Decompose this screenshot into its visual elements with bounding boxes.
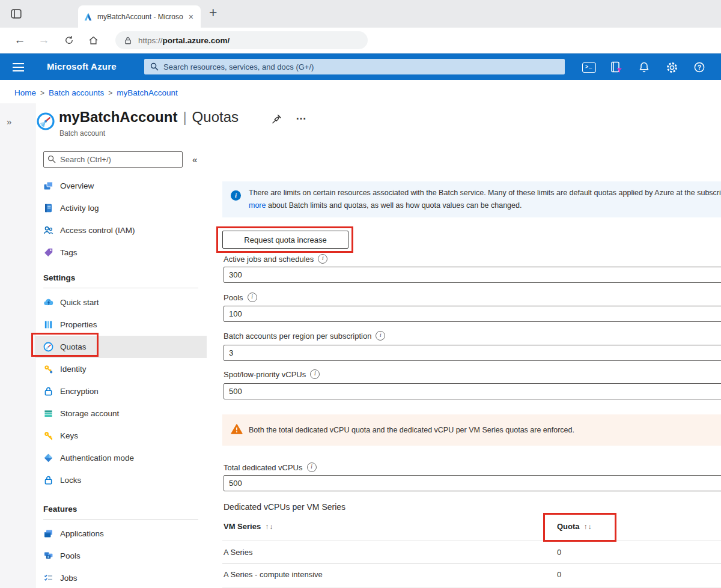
azure-brand[interactable]: Microsoft Azure [47, 61, 117, 71]
column-header-vm-series[interactable]: VM Series↑↓ [224, 522, 273, 531]
back-icon[interactable]: ← [12, 32, 28, 48]
sort-icon: ↑↓ [584, 523, 592, 531]
info-icon: i [231, 190, 241, 201]
table-row-quota: 0 [557, 570, 561, 579]
applications-icon [43, 529, 53, 539]
pools-icon [43, 551, 53, 561]
total-vcpus-input[interactable] [224, 475, 721, 491]
sidebar-search-icon [47, 155, 56, 163]
hamburger-icon[interactable] [11, 60, 25, 74]
quick-start-icon [43, 297, 53, 308]
column-header-quota[interactable]: Quota↑↓ [557, 522, 592, 531]
learn-more-link[interactable]: more [249, 201, 266, 210]
sidebar-item-pools[interactable]: Pools [35, 545, 207, 567]
field-label-spot-vcpus: Spot/low-priority vCPUsi [224, 369, 320, 379]
table-row-name: A Series [224, 548, 252, 557]
browser-tab[interactable]: myBatchAccount - Microsoft Azu × [78, 5, 201, 28]
activity-log-icon [43, 203, 53, 213]
collapse-menu-chevron[interactable]: « [192, 154, 197, 165]
sidebar-item-identity[interactable]: Identity [35, 358, 207, 380]
field-label-pools: Poolsi [224, 292, 257, 302]
breadcrumb-mybatchaccount[interactable]: myBatchAccount [117, 88, 177, 97]
sidebar-item-quotas[interactable]: Quotas [35, 336, 207, 358]
keys-icon [43, 431, 53, 441]
sidebar-section-settings: Settings [43, 273, 198, 288]
active-jobs-input[interactable] [224, 267, 721, 283]
authentication-mode-icon [43, 453, 53, 463]
sidebar-item-applications[interactable]: Applications [35, 523, 207, 545]
field-label-batch-accounts: Batch accounts per region per subscripti… [224, 331, 385, 341]
identity-icon [43, 364, 53, 374]
sidebar-item-properties[interactable]: Properties [35, 314, 207, 336]
home-icon[interactable] [85, 32, 101, 48]
sidebar-section-features: Features [43, 505, 198, 520]
refresh-glyph [64, 35, 75, 46]
expand-rail-chevron[interactable]: » [7, 117, 11, 127]
vm-series-table-title: Dedicated vCPUs per VM Series [224, 502, 345, 512]
forward-icon: → [36, 32, 52, 48]
breadcrumb-batch-accounts[interactable]: Batch accounts [49, 88, 104, 97]
page-title: myBatchAccount|Quotas [59, 109, 239, 126]
warning-icon [231, 423, 243, 435]
storage-account-icon [43, 408, 53, 419]
sidebar-item-locks[interactable]: Locks [35, 469, 207, 491]
new-tab-button[interactable]: + [209, 5, 217, 21]
access-control-icon [43, 225, 53, 235]
info-icon[interactable]: i [318, 254, 327, 264]
table-divider [222, 563, 721, 564]
sidebar-item-storage-account[interactable]: Storage account [35, 402, 207, 425]
quotas-icon [43, 342, 53, 352]
portal-left-rail: » [0, 103, 35, 588]
tab-actions-icon [10, 7, 23, 20]
search-icon [150, 62, 159, 71]
home-glyph [88, 35, 99, 46]
sidebar-item-tags[interactable]: Tags [35, 241, 207, 264]
overview-icon [43, 181, 53, 191]
locks-icon [43, 475, 53, 485]
tab-actions-button[interactable] [8, 6, 24, 22]
request-quota-increase-button[interactable]: Request quota increase [222, 231, 348, 249]
info-banner: i There are limits on certain resources … [222, 181, 721, 217]
sidebar-item-access-control[interactable]: Access control (IAM) [35, 219, 207, 241]
info-icon[interactable]: i [248, 292, 257, 302]
sidebar-item-keys[interactable]: Keys [35, 425, 207, 447]
info-icon[interactable]: i [376, 331, 385, 341]
sidebar-item-activity-log[interactable]: Activity log [35, 197, 207, 219]
table-row-quota: 0 [557, 548, 561, 557]
refresh-icon[interactable] [61, 32, 77, 48]
sort-icon: ↑↓ [265, 523, 273, 531]
tags-icon [43, 247, 53, 258]
breadcrumb: Home>Batch accounts>myBatchAccount [14, 88, 178, 97]
pools-input[interactable] [224, 306, 721, 322]
warning-banner: Both the total dedicated vCPU quota and … [222, 414, 721, 446]
sidebar-item-overview[interactable]: Overview [35, 175, 207, 197]
url-text: https://portal.azure.com/ [138, 36, 230, 45]
spot-vcpus-input[interactable] [224, 383, 721, 399]
info-banner-line1: There are limits on certain resources as… [249, 187, 721, 199]
sidebar-item-quick-start[interactable]: Quick start [35, 291, 207, 314]
encryption-icon [43, 386, 53, 396]
jobs-icon [43, 573, 53, 583]
sidebar-search-input[interactable] [43, 151, 183, 168]
info-banner-line2: more about Batch limits and quotas, as w… [249, 199, 721, 212]
info-icon[interactable]: i [310, 369, 320, 379]
batch-accounts-input[interactable] [224, 345, 721, 361]
warning-text: Both the total dedicated vCPU quota and … [249, 426, 574, 434]
sidebar-item-jobs[interactable]: Jobs [35, 567, 207, 588]
tab-close-icon[interactable]: × [187, 12, 195, 22]
breadcrumb-home[interactable]: Home [14, 88, 36, 97]
table-divider [222, 587, 721, 587]
tab-title: myBatchAccount - Microsoft Azu [97, 13, 183, 21]
field-label-total-vcpus: Total dedicated vCPUsi [224, 462, 317, 472]
sidebar-item-authentication-mode[interactable]: Authentication mode [35, 447, 207, 469]
properties-icon [43, 320, 53, 330]
info-icon[interactable]: i [307, 462, 317, 472]
sidebar-item-encryption[interactable]: Encryption [35, 380, 207, 402]
batch-account-icon [36, 112, 55, 131]
lock-icon [124, 36, 132, 45]
quotas-content: i There are limits on certain resources … [222, 0, 721, 588]
page-subtitle: Batch account [59, 129, 105, 138]
screen: myBatchAccount - Microsoft Azu × + ← → h [0, 0, 721, 588]
table-divider [222, 541, 721, 541]
field-label-active-jobs: Active jobs and schedulesi [224, 254, 327, 264]
